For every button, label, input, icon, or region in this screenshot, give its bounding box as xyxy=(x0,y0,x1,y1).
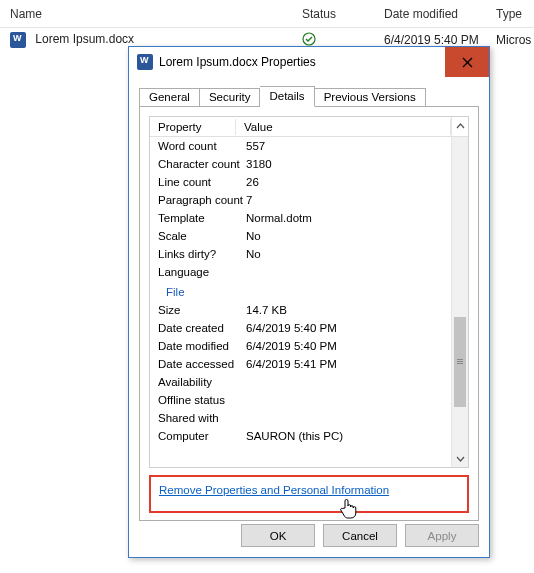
close-button[interactable] xyxy=(445,47,489,77)
prop-row: Shared with xyxy=(150,409,451,427)
prop-row: Character count3180 xyxy=(150,155,451,173)
prop-row: Date modified6/4/2019 5:40 PM xyxy=(150,337,451,355)
tab-details[interactable]: Details xyxy=(260,86,314,107)
file-date: 6/4/2019 5:40 PM xyxy=(374,33,486,47)
details-panel: Property Value Word count557 Character c… xyxy=(139,106,479,521)
prop-row: Date created6/4/2019 5:40 PM xyxy=(150,319,451,337)
prop-row: Offline status xyxy=(150,391,451,409)
property-list-body[interactable]: Word count557 Character count3180 Line c… xyxy=(150,137,451,467)
word-doc-icon xyxy=(10,32,26,48)
col-header-type[interactable]: Type xyxy=(486,1,534,27)
scroll-down-button[interactable] xyxy=(452,450,468,467)
chevron-up-icon xyxy=(456,122,465,131)
scrollbar-thumb[interactable] xyxy=(454,317,466,407)
file-type: Micros xyxy=(486,33,534,47)
header-property[interactable]: Property xyxy=(150,119,236,135)
dialog-title: Lorem Ipsum.docx Properties xyxy=(159,55,316,69)
prop-row: Paragraph count7 xyxy=(150,191,451,209)
header-value[interactable]: Value xyxy=(236,119,451,135)
property-list-header: Property Value xyxy=(150,117,468,137)
prop-row: TemplateNormal.dotm xyxy=(150,209,451,227)
properties-dialog: Lorem Ipsum.docx Properties General Secu… xyxy=(128,46,490,558)
prop-row: Availability xyxy=(150,373,451,391)
apply-button: Apply xyxy=(405,524,479,547)
svg-point-0 xyxy=(303,33,315,45)
col-header-date[interactable]: Date modified xyxy=(374,1,486,27)
word-doc-icon xyxy=(137,54,153,70)
prop-row: Links dirty?No xyxy=(150,245,451,263)
cancel-button[interactable]: Cancel xyxy=(323,524,397,547)
tab-strip: General Security Details Previous Versio… xyxy=(139,85,479,107)
prop-row: ComputerSAURON (this PC) xyxy=(150,427,451,445)
tab-security[interactable]: Security xyxy=(200,88,261,107)
remove-properties-link[interactable]: Remove Properties and Personal Informati… xyxy=(159,484,389,496)
prop-row: ScaleNo xyxy=(150,227,451,245)
ok-button[interactable]: OK xyxy=(241,524,315,547)
prop-row: Date accessed6/4/2019 5:41 PM xyxy=(150,355,451,373)
close-icon xyxy=(462,57,473,68)
explorer-column-headers: Name Status Date modified Type xyxy=(0,0,534,28)
scroll-up-button[interactable] xyxy=(451,117,468,136)
section-file: File xyxy=(150,281,451,301)
file-name: Lorem Ipsum.docx xyxy=(35,32,134,46)
property-list: Property Value Word count557 Character c… xyxy=(149,116,469,468)
prop-row: Language xyxy=(150,263,451,281)
chevron-down-icon xyxy=(456,454,465,463)
tab-previous-versions[interactable]: Previous Versions xyxy=(315,88,426,107)
tab-general[interactable]: General xyxy=(139,88,200,107)
col-header-status[interactable]: Status xyxy=(292,1,374,27)
titlebar[interactable]: Lorem Ipsum.docx Properties xyxy=(129,47,489,77)
prop-row: Word count557 xyxy=(150,137,451,155)
remove-properties-highlight: Remove Properties and Personal Informati… xyxy=(149,475,469,513)
col-header-name[interactable]: Name xyxy=(0,1,292,27)
prop-row: Size14.7 KB xyxy=(150,301,451,319)
prop-row: Line count26 xyxy=(150,173,451,191)
dialog-button-row: OK Cancel Apply xyxy=(139,524,479,547)
scrollbar[interactable] xyxy=(451,137,468,467)
